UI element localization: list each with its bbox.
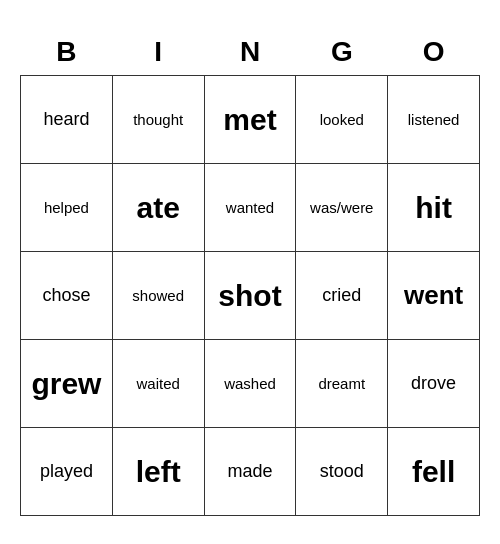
bingo-cell-r3-c1: waited [112, 340, 204, 428]
bingo-cell-r3-c4: drove [388, 340, 480, 428]
bingo-cell-r4-c1: left [112, 428, 204, 516]
bingo-cell-r2-c0: chose [21, 252, 113, 340]
table-row: choseshowedshotcriedwent [21, 252, 480, 340]
bingo-header-I: I [112, 28, 204, 76]
bingo-cell-r3-c0: grew [21, 340, 113, 428]
bingo-cell-r1-c4: hit [388, 164, 480, 252]
bingo-cell-r1-c3: was/were [296, 164, 388, 252]
bingo-cell-r2-c3: cried [296, 252, 388, 340]
bingo-header-O: O [388, 28, 480, 76]
bingo-cell-r2-c4: went [388, 252, 480, 340]
bingo-cell-r3-c2: washed [204, 340, 296, 428]
bingo-cell-r2-c1: showed [112, 252, 204, 340]
bingo-cell-r1-c2: wanted [204, 164, 296, 252]
bingo-cell-r0-c4: listened [388, 76, 480, 164]
bingo-cell-r0-c3: looked [296, 76, 388, 164]
bingo-cell-r2-c2: shot [204, 252, 296, 340]
table-row: playedleftmadestoodfell [21, 428, 480, 516]
bingo-cell-r0-c2: met [204, 76, 296, 164]
table-row: grewwaitedwasheddreamtdrove [21, 340, 480, 428]
bingo-cell-r0-c0: heard [21, 76, 113, 164]
bingo-header-B: B [21, 28, 113, 76]
table-row: helpedatewantedwas/werehit [21, 164, 480, 252]
bingo-table: BINGO heardthoughtmetlookedlistenedhelpe… [20, 28, 480, 517]
bingo-header-G: G [296, 28, 388, 76]
bingo-cell-r4-c3: stood [296, 428, 388, 516]
table-row: heardthoughtmetlookedlistened [21, 76, 480, 164]
bingo-cell-r1-c0: helped [21, 164, 113, 252]
bingo-card: BINGO heardthoughtmetlookedlistenedhelpe… [20, 28, 480, 517]
bingo-cell-r4-c2: made [204, 428, 296, 516]
bingo-cell-r4-c0: played [21, 428, 113, 516]
bingo-cell-r3-c3: dreamt [296, 340, 388, 428]
bingo-cell-r1-c1: ate [112, 164, 204, 252]
bingo-header-N: N [204, 28, 296, 76]
bingo-cell-r0-c1: thought [112, 76, 204, 164]
bingo-cell-r4-c4: fell [388, 428, 480, 516]
